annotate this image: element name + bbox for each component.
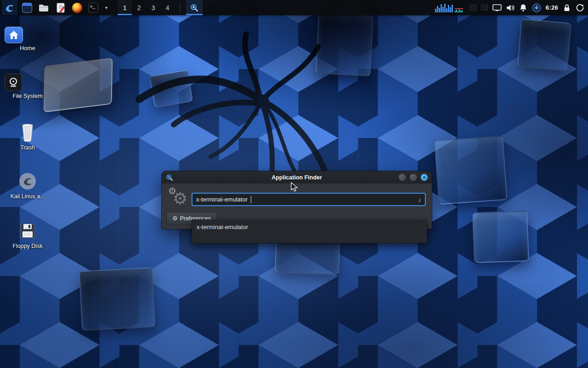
search-input-value: x-terminal-emulator — [196, 196, 248, 203]
desktop-icon-label: Home — [5, 45, 51, 52]
window-controls: × — [399, 174, 428, 181]
clock[interactable]: 6:26 — [546, 4, 558, 11]
application-finder-window: Application Finder × ⚙ ⚙ x-terminal-emul… — [162, 171, 432, 229]
circle-arrow-icon — [532, 3, 541, 12]
workspace-4-button[interactable]: 4 — [160, 0, 175, 15]
text-editor-button[interactable] — [54, 0, 68, 15]
trash-icon — [5, 122, 51, 143]
display-settings-tray[interactable] — [492, 4, 502, 12]
workspace-pager: 1 2 3 4 — [118, 0, 175, 15]
file-system-icon — [5, 74, 22, 91]
gear-large-icon: ⚙ — [173, 189, 187, 208]
desktop-icon-kali-places[interactable]: Kali Linux a... — [5, 171, 51, 200]
network-graph-icon — [435, 2, 465, 13]
floppy-disk-icon — [5, 221, 51, 241]
top-panel: >_ ▾ 1 2 3 4 — [0, 0, 588, 15]
terminal-dropdown-button[interactable]: ▾ — [103, 0, 110, 15]
tray-window-2[interactable] — [481, 5, 488, 11]
app-finder-window-icon[interactable] — [166, 174, 173, 181]
desktop-icon-label: Trash — [5, 144, 51, 151]
kali-places-icon — [5, 171, 51, 191]
folder-icon — [38, 2, 49, 13]
session-button[interactable] — [576, 3, 584, 12]
close-button[interactable]: × — [421, 174, 428, 181]
desktop-icon-label: File System — [5, 93, 51, 99]
kali-menu-button[interactable] — [2, 0, 17, 15]
finder-titlebar[interactable]: Application Finder × — [162, 171, 432, 184]
speaker-icon — [506, 4, 514, 12]
window-title: Application Finder — [162, 174, 432, 181]
terminal-button[interactable]: >_ — [87, 0, 100, 15]
desktop-icon-label: Kali Linux a... — [5, 193, 51, 200]
app-finder-task-button[interactable] — [186, 0, 203, 15]
file-manager-button[interactable] — [37, 0, 51, 15]
magnifier-icon — [190, 3, 199, 12]
workspace-1-button[interactable]: 1 — [118, 0, 132, 15]
desktop-icon-label: Floppy Disk — [5, 243, 51, 249]
firefox-icon — [72, 3, 82, 13]
text-caret — [251, 196, 252, 203]
notifications-tray[interactable] — [519, 4, 527, 12]
home-icon — [5, 27, 23, 43]
search-input[interactable]: x-terminal-emulator ↓ — [192, 193, 426, 206]
gear-icon: ⚙ — [172, 215, 178, 222]
window-app-button[interactable] — [21, 0, 34, 15]
mini-window-icon — [469, 5, 476, 11]
firefox-button[interactable] — [71, 0, 84, 15]
desktop-icon-trash[interactable]: Trash — [5, 122, 51, 151]
panel-left-cluster: >_ ▾ 1 2 3 4 — [0, 0, 203, 15]
desktop-icon-floppy[interactable]: Floppy Disk — [5, 221, 51, 249]
maximize-button[interactable] — [410, 174, 417, 181]
tray-window-1[interactable] — [469, 5, 476, 11]
gears-icon: ⚙ ⚙ — [167, 185, 191, 211]
screen-lock-button[interactable] — [563, 4, 571, 12]
completion-popup: x-terminal-emulator — [192, 219, 427, 243]
updates-tray[interactable] — [532, 3, 541, 12]
completion-item[interactable]: x-terminal-emulator — [192, 219, 427, 235]
finder-body: ⚙ ⚙ x-terminal-emulator ↓ ⚙ Preferences … — [162, 184, 432, 229]
panel-tray: 6:26 — [435, 0, 588, 15]
refresh-circle-icon — [576, 3, 584, 12]
desktop-icon-home[interactable]: Home — [5, 27, 51, 52]
minimize-button[interactable] — [399, 174, 406, 181]
mini-window-icon — [481, 5, 488, 11]
window-icon — [22, 3, 32, 13]
volume-tray[interactable] — [506, 4, 514, 12]
chevron-down-icon: ▾ — [104, 5, 108, 10]
workspace-2-button[interactable]: 2 — [132, 0, 146, 15]
network-monitor-graph[interactable] — [435, 2, 465, 13]
bell-icon — [519, 4, 527, 12]
dropdown-arrow-icon[interactable]: ↓ — [418, 196, 421, 203]
document-pencil-icon — [55, 2, 66, 13]
panel-separator — [180, 4, 181, 12]
monitor-icon — [492, 4, 502, 12]
desktop-icon-file-system[interactable]: File System — [5, 74, 51, 99]
terminal-icon: >_ — [88, 3, 98, 13]
kali-logo-icon — [5, 3, 15, 13]
padlock-icon — [563, 4, 571, 12]
workspace-3-button[interactable]: 3 — [146, 0, 160, 15]
